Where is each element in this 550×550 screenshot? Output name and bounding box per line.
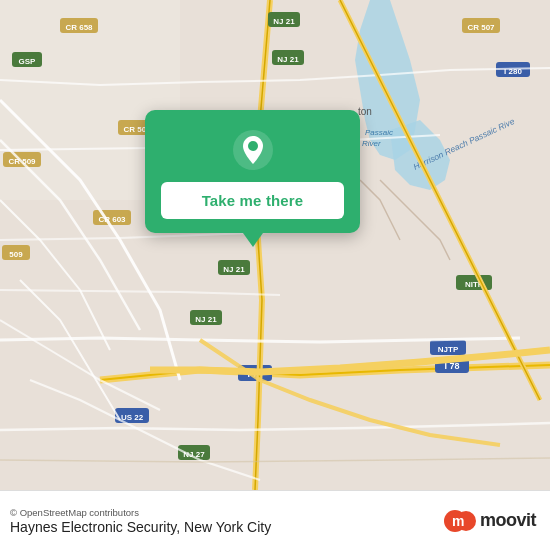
svg-text:NJ 21: NJ 21 (223, 265, 245, 274)
svg-text:509: 509 (9, 250, 23, 259)
moovit-label: moovit (480, 510, 536, 531)
svg-text:NJ 21: NJ 21 (277, 55, 299, 64)
svg-text:NJ 21: NJ 21 (195, 315, 217, 324)
svg-text:NJ 21: NJ 21 (273, 17, 295, 26)
take-me-there-button[interactable]: Take me there (161, 182, 344, 219)
svg-text:CR 658: CR 658 (65, 23, 93, 32)
svg-text:CR 507: CR 507 (467, 23, 495, 32)
popup-card: Take me there (145, 110, 360, 233)
svg-text:GSP: GSP (19, 57, 37, 66)
moovit-logo: m moovit (444, 507, 536, 535)
map-svg: I 78 I 78 NJ 21 NJ 21 NJ 21 US 22 NJ 27 … (0, 0, 550, 490)
location-name: Haynes Electronic Security, New York Cit… (10, 519, 271, 535)
map-container: I 78 I 78 NJ 21 NJ 21 NJ 21 US 22 NJ 27 … (0, 0, 550, 490)
svg-text:River: River (362, 139, 381, 148)
svg-text:US 22: US 22 (121, 413, 144, 422)
svg-text:m: m (452, 513, 464, 529)
svg-text:Passaic: Passaic (365, 128, 393, 137)
svg-text:NJTP: NJTP (438, 345, 459, 354)
footer-left: © OpenStreetMap contributors Haynes Elec… (10, 507, 271, 535)
location-pin-icon (231, 128, 275, 172)
moovit-brand-icon: m (444, 507, 476, 535)
footer-bar: © OpenStreetMap contributors Haynes Elec… (0, 490, 550, 550)
svg-point-43 (248, 141, 258, 151)
copyright-text: © OpenStreetMap contributors (10, 507, 271, 518)
svg-text:ton: ton (358, 106, 372, 117)
